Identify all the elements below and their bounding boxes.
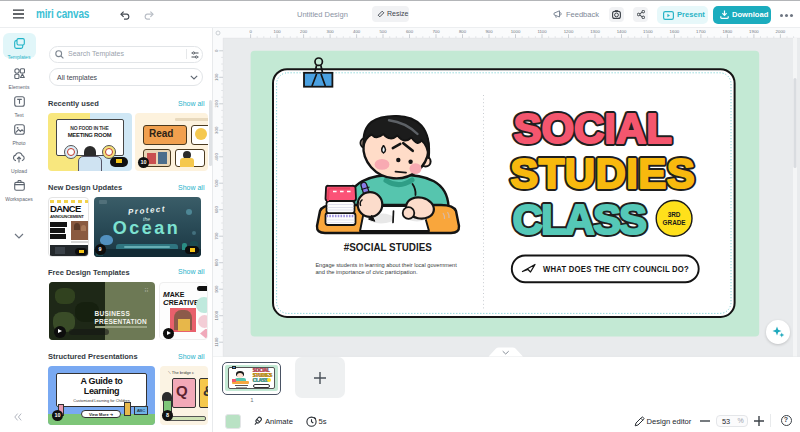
svg-text:800: 800	[214, 259, 219, 267]
svg-text:500: 500	[379, 29, 387, 34]
svg-text:SOCIAL: SOCIAL	[513, 105, 672, 152]
svg-text:CLASS: CLASS	[513, 196, 648, 243]
svg-text:100: 100	[274, 29, 282, 34]
svg-text:900: 900	[214, 285, 219, 293]
svg-text:300: 300	[214, 126, 219, 134]
svg-text:3RD: 3RD	[668, 211, 681, 218]
svg-text:1600: 1600	[670, 29, 680, 34]
svg-text:1400: 1400	[617, 29, 627, 34]
svg-text:#SOCIAL STUDIES: #SOCIAL STUDIES	[344, 240, 432, 254]
svg-text:1200: 1200	[564, 29, 574, 34]
svg-text:1100: 1100	[214, 337, 219, 347]
svg-text:1000: 1000	[511, 29, 521, 34]
svg-text:400: 400	[214, 153, 219, 161]
svg-text:200: 200	[300, 29, 308, 34]
svg-text:200: 200	[214, 100, 219, 108]
svg-text:700: 700	[214, 232, 219, 240]
svg-text:700: 700	[432, 29, 440, 34]
svg-text:100: 100	[214, 73, 219, 81]
svg-text:1800: 1800	[723, 29, 733, 34]
svg-text:1100: 1100	[537, 29, 547, 34]
svg-text:400: 400	[353, 29, 361, 34]
svg-text:500: 500	[214, 179, 219, 187]
svg-text:WHAT DOES THE CITY COUNCIL DO?: WHAT DOES THE CITY COUNCIL DO?	[543, 264, 689, 274]
svg-text:1000: 1000	[214, 310, 219, 320]
svg-text:Engage students in learning ab: Engage students in learning about their …	[315, 261, 457, 268]
svg-text:800: 800	[459, 29, 467, 34]
svg-text:600: 600	[214, 206, 219, 214]
svg-text:1500: 1500	[643, 29, 653, 34]
svg-text:1300: 1300	[590, 29, 600, 34]
svg-text:1900: 1900	[749, 29, 759, 34]
svg-text:900: 900	[485, 29, 493, 34]
svg-text:2000: 2000	[776, 29, 786, 34]
svg-text:600: 600	[406, 29, 414, 34]
svg-text:GRADE: GRADE	[663, 219, 687, 226]
svg-text:and the importance of civic pa: and the importance of civic participatio…	[315, 268, 417, 275]
svg-text:1700: 1700	[696, 29, 706, 34]
svg-text:300: 300	[327, 29, 335, 34]
svg-text:STUDIES: STUDIES	[510, 150, 695, 197]
